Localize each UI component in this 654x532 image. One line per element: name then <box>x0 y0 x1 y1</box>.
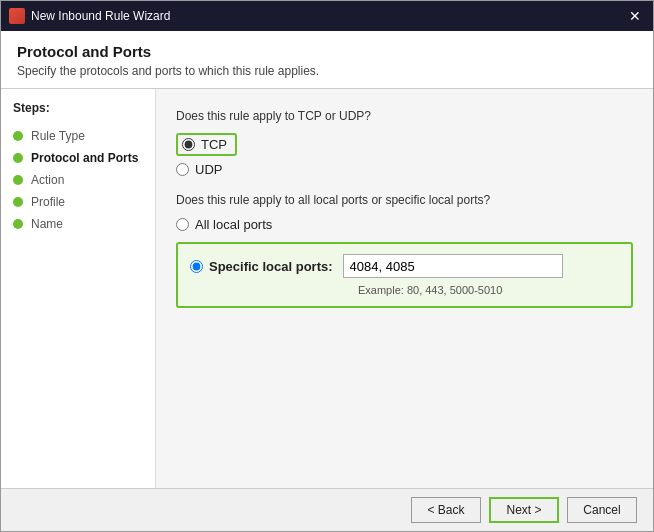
step-dot-rule-type <box>13 131 23 141</box>
ports-example: Example: 80, 443, 5000-5010 <box>358 284 619 296</box>
specific-ports-box: Specific local ports: Example: 80, 443, … <box>176 242 633 308</box>
sidebar: Steps: Rule Type Protocol and Ports Acti… <box>1 89 156 488</box>
udp-radio[interactable] <box>176 163 189 176</box>
sidebar-item-name[interactable]: Name <box>13 213 155 235</box>
app-icon <box>9 8 25 24</box>
sidebar-item-rule-type[interactable]: Rule Type <box>13 125 155 147</box>
all-ports-option[interactable]: All local ports <box>176 217 633 232</box>
content-area: Protocol and Ports Specify the protocols… <box>1 31 653 531</box>
sidebar-item-label-profile: Profile <box>31 195 65 209</box>
step-dot-protocol <box>13 153 23 163</box>
all-ports-radio[interactable] <box>176 218 189 231</box>
specific-ports-radio[interactable] <box>190 260 203 273</box>
tcp-box: TCP <box>176 133 237 156</box>
udp-option[interactable]: UDP <box>176 162 633 177</box>
all-ports-label: All local ports <box>195 217 272 232</box>
close-button[interactable]: ✕ <box>625 6 645 26</box>
udp-label: UDP <box>195 162 222 177</box>
right-panel: Does this rule apply to TCP or UDP? TCP … <box>156 89 653 488</box>
ports-question: Does this rule apply to all local ports … <box>176 193 633 207</box>
wizard-window: New Inbound Rule Wizard ✕ Protocol and P… <box>0 0 654 532</box>
steps-label: Steps: <box>13 101 155 115</box>
specific-ports-row: Specific local ports: <box>190 254 619 278</box>
sidebar-item-label-name: Name <box>31 217 63 231</box>
page-title: Protocol and Ports <box>17 43 637 60</box>
tcp-udp-question: Does this rule apply to TCP or UDP? <box>176 109 633 123</box>
next-button[interactable]: Next > <box>489 497 559 523</box>
footer: < Back Next > Cancel <box>1 488 653 531</box>
sidebar-item-label-action: Action <box>31 173 64 187</box>
page-subtitle: Specify the protocols and ports to which… <box>17 64 637 78</box>
sidebar-item-protocol-and-ports[interactable]: Protocol and Ports <box>13 147 155 169</box>
tcp-option[interactable]: TCP <box>176 133 633 156</box>
tcp-udp-radio-group: TCP UDP <box>176 133 633 177</box>
step-dot-profile <box>13 197 23 207</box>
sidebar-item-label-protocol: Protocol and Ports <box>31 151 138 165</box>
all-ports-row: All local ports <box>176 217 633 232</box>
sidebar-item-label-rule-type: Rule Type <box>31 129 85 143</box>
specific-ports-label: Specific local ports: <box>209 259 333 274</box>
sidebar-item-profile[interactable]: Profile <box>13 191 155 213</box>
page-header: Protocol and Ports Specify the protocols… <box>1 31 653 89</box>
main-area: Steps: Rule Type Protocol and Ports Acti… <box>1 89 653 488</box>
sidebar-item-action[interactable]: Action <box>13 169 155 191</box>
step-dot-name <box>13 219 23 229</box>
title-bar: New Inbound Rule Wizard ✕ <box>1 1 653 31</box>
window-title: New Inbound Rule Wizard <box>31 9 625 23</box>
tcp-label: TCP <box>201 137 227 152</box>
ports-input[interactable] <box>343 254 563 278</box>
step-dot-action <box>13 175 23 185</box>
cancel-button[interactable]: Cancel <box>567 497 637 523</box>
tcp-radio[interactable] <box>182 138 195 151</box>
back-button[interactable]: < Back <box>411 497 481 523</box>
